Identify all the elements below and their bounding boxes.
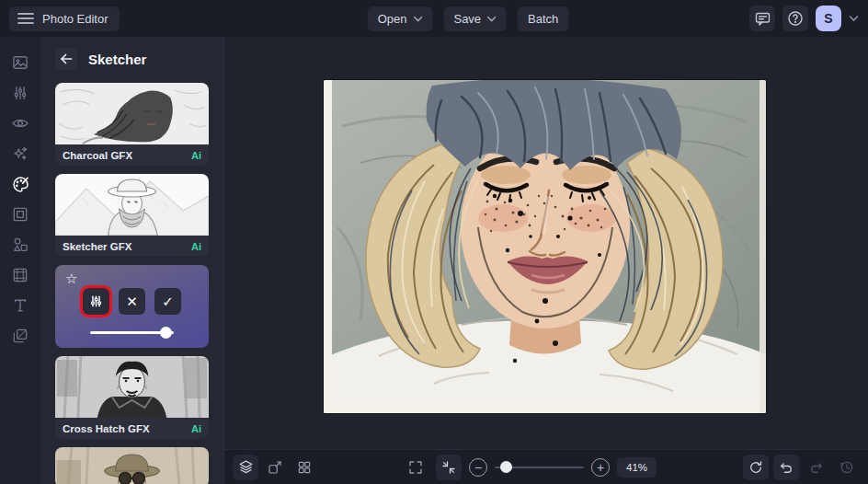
ai-badge: Ai — [191, 423, 201, 434]
effect-cancel-button[interactable]: ✕ — [119, 288, 145, 315]
preview-button[interactable] — [262, 455, 288, 480]
ai-badge: Ai — [191, 241, 201, 252]
rail-texture-tool[interactable] — [4, 262, 37, 288]
grid-view-button[interactable] — [291, 455, 317, 480]
redo-icon — [808, 459, 825, 476]
rail-adjust-tool[interactable] — [4, 80, 37, 106]
rail-text-tool[interactable] — [4, 293, 37, 318]
canvas-image[interactable] — [324, 80, 766, 413]
grid-icon — [296, 459, 313, 476]
fit-screen-button[interactable] — [436, 455, 462, 480]
close-icon: ✕ — [126, 294, 138, 310]
back-button[interactable] — [55, 48, 77, 70]
effect-thumbnail-charcoal — [55, 83, 209, 144]
sliders-icon — [88, 294, 104, 309]
effect-strength-handle[interactable] — [160, 327, 172, 339]
effect-settings-button[interactable] — [83, 288, 109, 315]
tool-rail — [0, 37, 40, 484]
sparkles-icon — [11, 144, 29, 163]
adjustments-icon — [11, 84, 29, 102]
duplicate-icon — [11, 327, 29, 345]
canvas-area[interactable]: − + 41% — [224, 37, 868, 484]
eye-icon — [11, 114, 29, 133]
batch-button-label: Batch — [528, 12, 558, 26]
app-root: Photo Editor Open Save Batch — [0, 0, 868, 484]
zoom-slider-handle[interactable] — [500, 461, 512, 473]
ai-badge: Ai — [191, 150, 201, 161]
effect-thumbnail-crosshatch — [55, 356, 209, 418]
effect-name: Sketcher GFX — [63, 241, 131, 252]
zoom-controls: − + 41% — [403, 455, 657, 480]
effect-card-crosshatch[interactable]: Cross Hatch GFX Ai — [55, 356, 209, 439]
history-button[interactable] — [834, 455, 860, 480]
panel-title: Sketcher — [88, 52, 146, 67]
palette-icon — [11, 175, 30, 194]
batch-button[interactable]: Batch — [518, 6, 568, 31]
topbar-right: S — [749, 6, 859, 31]
fit-screen-icon — [440, 459, 457, 476]
view-mode-group — [233, 455, 317, 480]
rail-effects-tool[interactable] — [4, 141, 37, 167]
check-icon: ✓ — [162, 294, 174, 310]
arrow-left-icon — [60, 53, 73, 64]
topbar: Photo Editor Open Save Batch — [0, 0, 868, 37]
feedback-bubble-icon — [755, 11, 771, 27]
fullscreen-button[interactable] — [403, 455, 428, 480]
zoom-level-value[interactable]: 41% — [617, 457, 657, 478]
rail-eye-tool[interactable] — [4, 110, 37, 136]
effect-card-selected: ☆ ✕ ✓ — [55, 265, 209, 348]
reset-button[interactable] — [743, 455, 769, 480]
help-button[interactable] — [782, 6, 808, 31]
history-clock-icon — [839, 459, 855, 476]
zoom-slider[interactable] — [495, 461, 584, 473]
effect-apply-button[interactable]: ✓ — [154, 288, 181, 315]
effect-card-label-row: Cross Hatch GFX Ai — [55, 418, 209, 439]
effect-name: Cross Hatch GFX — [63, 423, 150, 434]
effect-thumbnail-partial — [55, 447, 209, 484]
redo-button[interactable] — [804, 455, 829, 480]
favorite-star-icon[interactable]: ☆ — [63, 270, 79, 287]
file-actions: Open Save Batch — [368, 6, 569, 31]
sketcher-panel: Sketcher — [40, 37, 224, 484]
open-button[interactable]: Open — [368, 6, 433, 31]
save-button[interactable]: Save — [443, 6, 507, 31]
portrait-artwork — [324, 80, 766, 413]
panel-header: Sketcher — [55, 48, 209, 70]
undo-icon — [778, 459, 794, 476]
feedback-button[interactable] — [749, 6, 775, 31]
rail-image-tool[interactable] — [4, 50, 37, 75]
text-icon — [11, 296, 29, 315]
hamburger-menu-icon — [17, 12, 34, 25]
effect-name: Charcoal GFX — [63, 150, 132, 161]
fullscreen-icon — [407, 459, 424, 476]
bottombar: − + 41% — [224, 449, 868, 484]
layers-button[interactable] — [233, 455, 258, 480]
rail-frame-tool[interactable] — [4, 202, 37, 227]
zoom-in-button[interactable]: + — [591, 458, 610, 477]
save-button-label: Save — [453, 12, 481, 26]
effect-card-charcoal[interactable]: Charcoal GFX Ai — [55, 83, 209, 166]
effect-card-label-row: Charcoal GFX Ai — [55, 144, 209, 166]
plus-icon: + — [597, 461, 604, 474]
account-chevron-icon[interactable] — [849, 15, 859, 22]
framed-picture-icon — [11, 266, 29, 284]
undo-button[interactable] — [773, 455, 799, 480]
effect-strength-slider[interactable] — [90, 327, 174, 339]
effect-card-partial[interactable] — [55, 447, 209, 484]
rail-shapes-tool[interactable] — [4, 232, 37, 258]
avatar[interactable]: S — [816, 6, 841, 31]
image-icon — [11, 53, 29, 72]
help-circle-icon — [787, 10, 804, 27]
main-menu-button[interactable]: Photo Editor — [9, 6, 120, 31]
history-controls — [743, 455, 860, 480]
chevron-down-icon — [487, 16, 497, 22]
effect-card-sketcher[interactable]: Sketcher GFX Ai — [55, 174, 209, 257]
layers-icon — [237, 458, 255, 476]
zoom-out-button[interactable]: − — [469, 458, 487, 477]
shapes-icon — [11, 236, 29, 254]
rail-palette-tool[interactable] — [4, 171, 37, 197]
app-body: Sketcher — [0, 37, 868, 484]
open-button-label: Open — [378, 12, 407, 26]
rail-duplicate-tool[interactable] — [4, 323, 37, 349]
refresh-icon — [748, 459, 764, 476]
